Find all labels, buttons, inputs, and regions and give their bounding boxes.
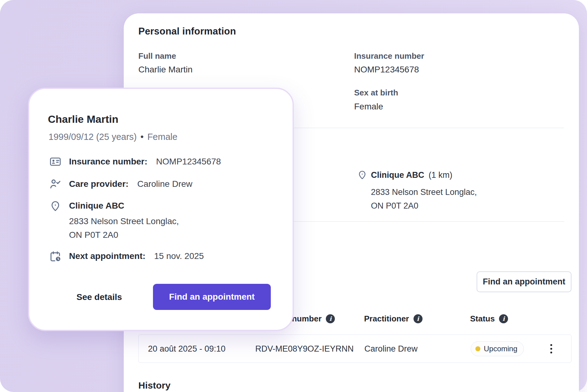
status-badge: Upcoming: [471, 341, 524, 356]
sex-at-birth-value: Female: [354, 102, 383, 112]
find-appointment-button-primary[interactable]: Find an appointment: [153, 284, 271, 310]
calendar-clock-icon: [49, 250, 62, 262]
status-dot-icon: [475, 346, 480, 351]
insurance-number-label: Insurance number: [354, 51, 424, 61]
care-provider-row-label: Care provider:: [69, 179, 128, 189]
clinic-address-line1: 2833 Nelson Street Longlac,: [371, 187, 477, 197]
clinic-row: Clinique ABC: [49, 200, 124, 212]
patient-summary-card: Charlie Martin 1999/09/12 (25 years)•Fem…: [28, 88, 294, 331]
table-header-practitioner: Practitioner i: [364, 314, 423, 324]
next-appointment-value: 15 nov. 2025: [154, 251, 204, 261]
clinic-name-line: Clinique ABC(1 km): [371, 170, 452, 180]
find-appointment-button-secondary[interactable]: Find an appointment: [477, 271, 571, 292]
full-name-value: Charlie Martin: [138, 65, 192, 75]
next-appointment-label: Next appointment:: [69, 251, 146, 261]
location-pin-icon: [49, 200, 62, 212]
appointment-practitioner: Caroline Drew: [364, 344, 418, 353]
care-provider-row: Care provider: Caroline Drew: [49, 178, 192, 190]
table-header-status: Status i: [470, 314, 508, 324]
status-badge-label: Upcoming: [484, 344, 517, 353]
location-pin-icon: [357, 169, 367, 180]
sex-at-birth-label: Sex at birth: [354, 88, 398, 98]
patient-sex: Female: [147, 132, 178, 142]
screenshot-canvas: Personal information Full name Charlie M…: [0, 0, 587, 392]
appointment-table-row[interactable]: 20 août 2025 - 09:10 RDV-ME08Y9OZ-IEYRNN…: [138, 334, 571, 363]
patient-name: Charlie Martin: [48, 113, 118, 125]
clinic-distance: (1 km): [429, 170, 453, 180]
insurance-row-value: NOMP12345678: [156, 157, 221, 167]
bullet-separator: •: [141, 132, 144, 142]
clinic-address-line1: 2833 Nelson Street Longlac,: [69, 216, 179, 226]
appointment-confirmation-number: RDV-ME08Y9OZ-IEYRNN: [255, 344, 354, 353]
info-icon[interactable]: i: [326, 314, 335, 323]
clinic-row-label: Clinique ABC: [69, 201, 124, 211]
history-section-title: History: [138, 380, 170, 391]
info-icon[interactable]: i: [414, 314, 423, 323]
full-name-label: Full name: [138, 51, 176, 61]
next-appointment-row: Next appointment: 15 nov. 2025: [49, 250, 204, 262]
practitioner-header-label: Practitioner: [364, 314, 409, 324]
info-icon[interactable]: i: [499, 314, 508, 323]
person-check-icon: [49, 178, 62, 190]
care-provider-row-value: Caroline Drew: [137, 179, 192, 189]
clinic-address-line2: ON P0T 2A0: [371, 201, 418, 211]
patient-dob: 1999/09/12 (25 years): [49, 132, 137, 142]
insurance-row: Insurance number: NOMP12345678: [49, 155, 221, 168]
see-details-button[interactable]: See details: [76, 290, 122, 304]
status-header-label: Status: [470, 314, 495, 324]
appointment-datetime: 20 août 2025 - 09:10: [148, 344, 225, 353]
patient-subtitle: 1999/09/12 (25 years)•Female: [49, 132, 178, 142]
id-card-icon: [49, 155, 62, 168]
clinic-address-line2: ON P0T 2A0: [69, 230, 118, 240]
insurance-row-label: Insurance number:: [69, 157, 147, 167]
row-actions-kebab-icon[interactable]: [544, 340, 558, 357]
insurance-number-value: NOMP12345678: [354, 65, 419, 75]
page-title: Personal information: [138, 26, 236, 37]
clinic-name: Clinique ABC: [371, 170, 424, 180]
